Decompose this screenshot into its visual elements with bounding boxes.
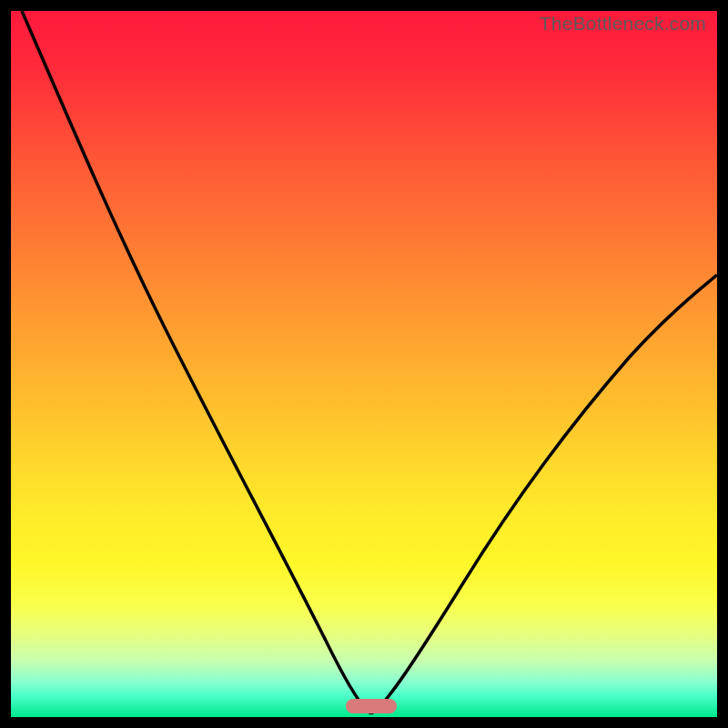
curve-left-branch	[22, 11, 371, 713]
curve-right-branch	[371, 275, 717, 713]
chart-container: TheBottleneck.com	[0, 0, 728, 728]
optimal-marker	[346, 699, 397, 713]
bottleneck-curve	[11, 11, 717, 717]
plot-area: TheBottleneck.com	[11, 11, 717, 717]
